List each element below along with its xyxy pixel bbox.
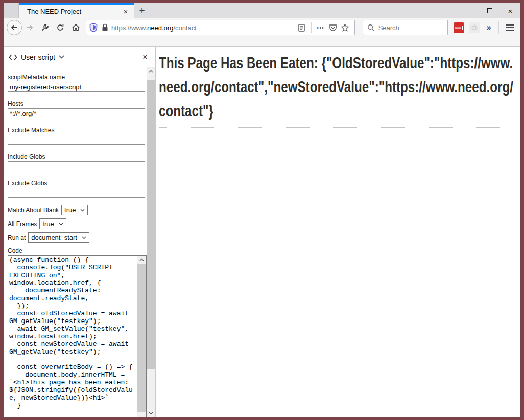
url-path: /contact — [173, 24, 197, 32]
scroll-up-icon[interactable] — [137, 256, 146, 264]
pocket-button[interactable] — [327, 21, 339, 34]
run-at-label: Run at — [8, 234, 26, 241]
lock-icon — [102, 23, 108, 32]
app-menu-button[interactable] — [502, 20, 517, 35]
all-frames-row: All Frames true — [8, 218, 145, 229]
tab-the-need-project[interactable]: The NEED Project × — [19, 3, 134, 18]
page-content: This Page Has Been Eaten: {"OldStoredVal… — [156, 47, 520, 417]
new-tab-button[interactable]: + — [134, 3, 150, 18]
sidebar-scrollbar-thumb[interactable] — [147, 80, 155, 369]
minimize-button[interactable] — [459, 3, 480, 18]
code-scrollbar[interactable] — [137, 256, 146, 417]
star-icon — [341, 23, 349, 32]
chevron-down-icon — [82, 236, 86, 239]
run-at-select[interactable]: document_start — [28, 232, 89, 243]
extension-button-red[interactable] — [454, 22, 464, 33]
match-about-blank-row: Match About Blank true — [8, 205, 145, 215]
url-domain: need.org — [147, 24, 173, 32]
close-icon: × — [508, 7, 513, 15]
hamburger-icon — [506, 24, 514, 26]
reader-mode-icon — [298, 24, 305, 32]
match-about-blank-select[interactable]: true — [61, 205, 88, 215]
hosts-input[interactable] — [8, 108, 145, 118]
all-frames-select[interactable]: true — [39, 218, 66, 229]
search-icon — [367, 24, 375, 32]
extension-red-dots-icon — [455, 27, 457, 29]
maximize-button[interactable] — [480, 3, 500, 18]
code-textarea[interactable]: (async function () { console.log("USER S… — [8, 256, 137, 417]
overflow-menu-button[interactable]: » — [482, 23, 495, 32]
bookmarks-toolbar-empty — [4, 37, 520, 47]
tools-button[interactable] — [37, 20, 53, 35]
tabbar-spacer — [150, 3, 459, 18]
field-label-script-name: scriptMetadata.name — [8, 73, 145, 81]
close-window-button[interactable]: × — [500, 3, 520, 18]
toolbar-separator — [498, 21, 499, 34]
code-brackets-icon — [9, 54, 17, 60]
search-bar[interactable] — [363, 20, 448, 35]
forward-button[interactable] — [22, 20, 37, 35]
code-label: Code — [8, 247, 145, 254]
sidebar-header: User script × — [4, 47, 155, 67]
reload-icon — [56, 23, 64, 32]
maximize-icon — [487, 8, 492, 13]
tracking-protection-shield-icon — [89, 23, 98, 32]
chevron-down-icon — [80, 209, 85, 212]
userscript-form: scriptMetadata.name Hosts Exclude Matche… — [4, 67, 147, 417]
sidebar-title: User script — [21, 53, 55, 61]
extension-button-gray[interactable] — [469, 22, 480, 33]
tab-close-icon[interactable]: × — [121, 7, 131, 17]
dotted-divider — [159, 127, 516, 128]
run-at-row: Run at document_start — [8, 232, 145, 243]
sidebar-scrollbar[interactable] — [147, 67, 155, 417]
page-actions-button[interactable]: ••• — [315, 21, 327, 34]
url-text: https://www.need.org/contact — [111, 24, 296, 32]
home-icon — [72, 23, 80, 32]
match-about-blank-label: Match About Blank — [8, 207, 59, 214]
include-globs-input[interactable] — [8, 161, 145, 171]
chevron-down-icon — [59, 223, 63, 226]
exclude-globs-input[interactable] — [8, 188, 145, 198]
forward-icon — [26, 23, 34, 32]
dotted-divider — [159, 133, 516, 133]
browser-window: The NEED Project × + × — [0, 0, 524, 420]
userscript-sidebar: User script × scriptMetadata.name Hosts … — [4, 47, 156, 417]
code-scrollbar-thumb[interactable] — [137, 264, 146, 412]
back-button[interactable] — [7, 20, 22, 35]
reader-mode-button[interactable] — [296, 21, 308, 34]
window-controls: × — [459, 3, 520, 18]
field-label-exclude-matches: Exclude Matches — [8, 127, 145, 134]
chevron-down-icon[interactable] — [59, 55, 64, 59]
tabbar-corner-spacer — [4, 3, 19, 18]
urlbar-separator — [311, 22, 312, 33]
home-button[interactable] — [68, 20, 83, 35]
field-label-exclude-globs: Exclude Globs — [8, 180, 145, 187]
script-name-input[interactable] — [8, 82, 145, 92]
reload-button[interactable] — [53, 20, 68, 35]
code-editor: (async function () { console.log("USER S… — [8, 255, 147, 417]
exclude-matches-input[interactable] — [8, 135, 145, 145]
sidebar-close-button[interactable]: × — [140, 53, 150, 62]
url-scheme: https://www. — [111, 24, 147, 32]
scroll-up-icon[interactable] — [147, 67, 155, 76]
navigation-toolbar: https://www.need.org/contact ••• » — [4, 18, 520, 37]
tab-title: The NEED Project — [27, 8, 121, 15]
field-label-include-globs: Include Globs — [8, 153, 145, 160]
page-heading: This Page Has Been Eaten: {"OldStoredVal… — [159, 51, 513, 123]
tab-bar: The NEED Project × + × — [4, 3, 520, 18]
pocket-icon — [329, 24, 337, 32]
wrench-icon — [41, 23, 49, 32]
sidebar-body: scriptMetadata.name Hosts Exclude Matche… — [4, 67, 155, 417]
back-icon — [7, 20, 22, 35]
main-area: User script × scriptMetadata.name Hosts … — [4, 47, 520, 417]
url-bar[interactable]: https://www.need.org/contact ••• — [86, 20, 355, 35]
gear-icon — [471, 24, 478, 31]
search-input[interactable] — [378, 24, 430, 32]
bookmark-button[interactable] — [339, 21, 351, 34]
minimize-icon — [467, 11, 472, 11]
ellipsis-icon: ••• — [317, 24, 324, 31]
field-label-hosts: Hosts — [8, 100, 145, 107]
scroll-down-icon[interactable] — [147, 409, 155, 417]
all-frames-label: All Frames — [8, 220, 37, 228]
